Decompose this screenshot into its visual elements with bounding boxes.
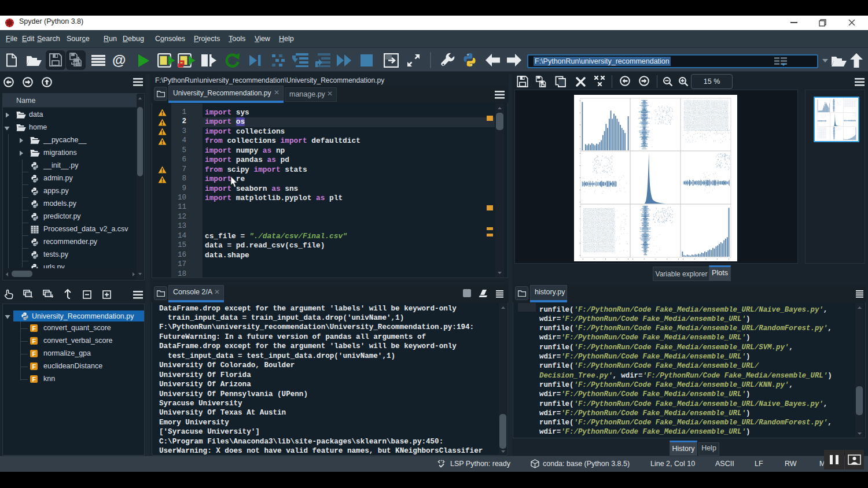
svg-text:F: F <box>32 376 36 383</box>
svg-text:F: F <box>32 363 36 370</box>
svg-text:F: F <box>32 338 36 345</box>
svg-text:F: F <box>32 350 36 357</box>
svg-text:-: - <box>31 293 33 299</box>
svg-text:+: + <box>50 293 53 299</box>
svg-text:F: F <box>32 325 36 332</box>
